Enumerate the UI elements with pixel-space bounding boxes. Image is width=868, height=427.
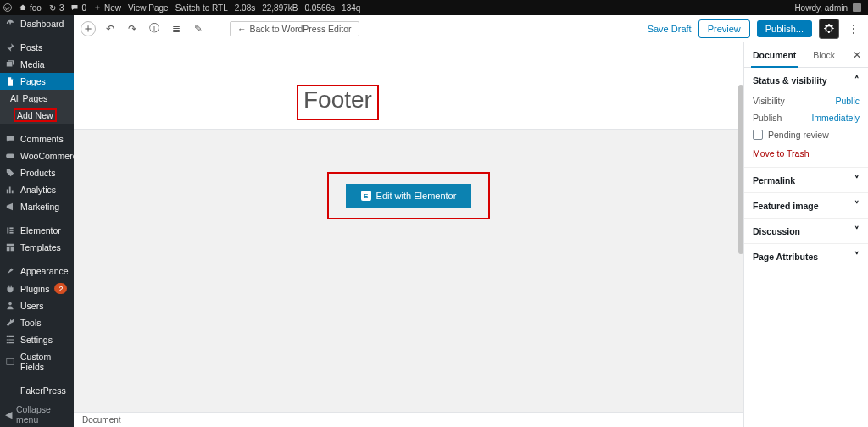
add-block-button[interactable]: ＋: [81, 21, 96, 36]
collapse-icon: ◀: [5, 409, 12, 419]
collapse-menu-label: Collapse menu: [16, 404, 69, 424]
elementor-button-highlight: E Edit with Elementor: [327, 172, 491, 219]
sidebar-item-templates[interactable]: Templates: [0, 239, 74, 256]
section-head-page-attributes[interactable]: Page Attributes ˅: [744, 244, 868, 269]
edit-button[interactable]: ✎: [191, 21, 206, 36]
sidebar-item-label: Plugins: [20, 284, 49, 294]
chevron-down-icon: ˅: [854, 200, 860, 211]
sidebar-item-custom-fields[interactable]: Custom Fields: [0, 348, 74, 375]
section-head-status[interactable]: Status & visibility ˄: [744, 68, 868, 92]
close-settings-button[interactable]: ✕: [846, 42, 868, 67]
sidebar-item-media[interactable]: Media: [0, 56, 74, 73]
sidebar-item-plugins[interactable]: Plugins2: [0, 280, 74, 297]
section-head-permalink[interactable]: Permalink ˅: [744, 168, 868, 192]
sidebar-item-woocommerce[interactable]: WooCommerce: [0, 147, 74, 164]
sidebar-item-label: Elementor: [20, 225, 61, 236]
sidebar-item-label: Templates: [20, 242, 61, 252]
visibility-value-link[interactable]: Public: [835, 96, 860, 106]
new-content[interactable]: ＋ New: [93, 3, 121, 13]
cf-icon: [5, 357, 15, 367]
pending-review-label: Pending review: [768, 130, 829, 140]
sidebar-item-comments[interactable]: Comments: [0, 130, 74, 147]
page-icon: [5, 76, 15, 86]
refresh-icon: ↻: [48, 3, 57, 12]
tab-document[interactable]: Document: [744, 42, 804, 67]
section-head-featured-image[interactable]: Featured image ˅: [744, 193, 868, 218]
sidebar-item-label: Settings: [20, 335, 53, 345]
sidebar-subitem-add-new[interactable]: Add New: [0, 107, 74, 124]
redo-button[interactable]: ↷: [125, 21, 140, 36]
publish-date-link[interactable]: Immediately: [811, 113, 860, 123]
sidebar-item-products[interactable]: Products: [0, 164, 74, 181]
appearance-icon: [5, 266, 15, 276]
debug-load-time[interactable]: 2.08s: [235, 3, 255, 13]
sidebar-item-pages[interactable]: Pages: [0, 73, 74, 90]
debug-query-time[interactable]: 0.0566s: [304, 3, 335, 13]
edit-with-elementor-button[interactable]: E Edit with Elementor: [346, 184, 472, 208]
footer-breadcrumb-document[interactable]: Document: [82, 415, 121, 424]
publish-date-label: Publish: [753, 113, 782, 123]
woo-icon: [5, 151, 15, 161]
outline-button[interactable]: ≣: [169, 21, 184, 36]
section-head-discussion[interactable]: Discussion ˅: [744, 219, 868, 243]
users-icon: [5, 301, 15, 311]
collapse-menu[interactable]: ◀ Collapse menu: [0, 399, 74, 427]
comments-indicator[interactable]: 0: [70, 3, 86, 13]
home-icon: [19, 3, 27, 12]
update-badge: 2: [54, 283, 67, 294]
back-to-wp-editor-button[interactable]: ← Back to WordPress Editor: [230, 21, 359, 36]
page-title-highlight: Footer: [297, 85, 379, 120]
undo-button[interactable]: ↶: [103, 21, 118, 36]
debug-query-count[interactable]: 134q: [342, 3, 360, 13]
editor-toolbar: ＋ ↶ ↷ ⓘ ≣ ✎ ← Back to WordPress Editor S…: [74, 15, 868, 42]
debug-memory[interactable]: 22,897kB: [262, 3, 298, 13]
sidebar-item-elementor[interactable]: Elementor: [0, 222, 74, 239]
sidebar-item-users[interactable]: Users: [0, 297, 74, 314]
save-draft-button[interactable]: Save Draft: [648, 24, 692, 34]
plugins-icon: [5, 284, 15, 294]
view-page-link[interactable]: View Page: [128, 3, 169, 13]
sidebar-subitem-label: All Pages: [10, 93, 47, 103]
switch-rtl-link[interactable]: Switch to RTL: [175, 3, 228, 13]
sidebar-item-settings[interactable]: Settings: [0, 331, 74, 348]
sidebar-item-label: Posts: [20, 42, 42, 53]
pending-review-checkbox[interactable]: [753, 130, 763, 140]
tab-block[interactable]: Block: [804, 42, 843, 67]
sidebar-item-label: Tools: [20, 318, 42, 328]
add-new-highlight: Add New: [14, 108, 57, 122]
templates-icon: [5, 242, 15, 252]
elementor-icon: [5, 225, 15, 236]
comment-icon: [5, 134, 15, 144]
publish-button[interactable]: Publish...: [757, 20, 812, 37]
more-options-button[interactable]: ⋮: [846, 19, 861, 39]
visibility-label: Visibility: [753, 96, 785, 106]
tools-icon: [5, 318, 15, 328]
move-to-trash-link[interactable]: Move to Trash: [753, 143, 810, 158]
page-title-input[interactable]: Footer: [303, 86, 372, 113]
updates-indicator[interactable]: ↻ 3: [48, 3, 64, 13]
sidebar-item-posts[interactable]: Posts: [0, 39, 74, 56]
svg-rect-3: [9, 227, 13, 229]
info-button[interactable]: ⓘ: [147, 21, 162, 36]
sidebar-item-tools[interactable]: Tools: [0, 314, 74, 331]
sidebar-item-appearance[interactable]: Appearance: [0, 263, 74, 280]
editor-scrollbar[interactable]: [738, 85, 743, 254]
plus-icon: ＋: [93, 3, 102, 12]
sidebar-subitem-all-pages[interactable]: All Pages: [0, 90, 74, 107]
sidebar-item-fakerpress[interactable]: FakerPress: [0, 382, 74, 399]
sidebar-item-analytics[interactable]: Analytics: [0, 181, 74, 198]
settings-gear-button[interactable]: [819, 19, 839, 39]
sidebar-item-marketing[interactable]: Marketing: [0, 198, 74, 215]
chevron-down-icon: ˅: [854, 175, 860, 186]
preview-button[interactable]: Preview: [698, 19, 750, 38]
howdy-user[interactable]: Howdy, admin: [794, 3, 848, 13]
chevron-down-icon: ˅: [854, 225, 860, 236]
wordpress-logo-icon[interactable]: [3, 3, 12, 12]
svg-rect-1: [6, 154, 14, 158]
section-status-visibility: Status & visibility ˄ Visibility Public …: [744, 68, 868, 168]
site-name[interactable]: foo: [19, 3, 42, 13]
sidebar-item-dashboard[interactable]: Dashboard: [0, 15, 74, 32]
sidebar-item-label: Appearance: [20, 266, 69, 276]
sidebar-item-label: Media: [20, 59, 45, 69]
user-avatar-icon[interactable]: [853, 3, 861, 12]
